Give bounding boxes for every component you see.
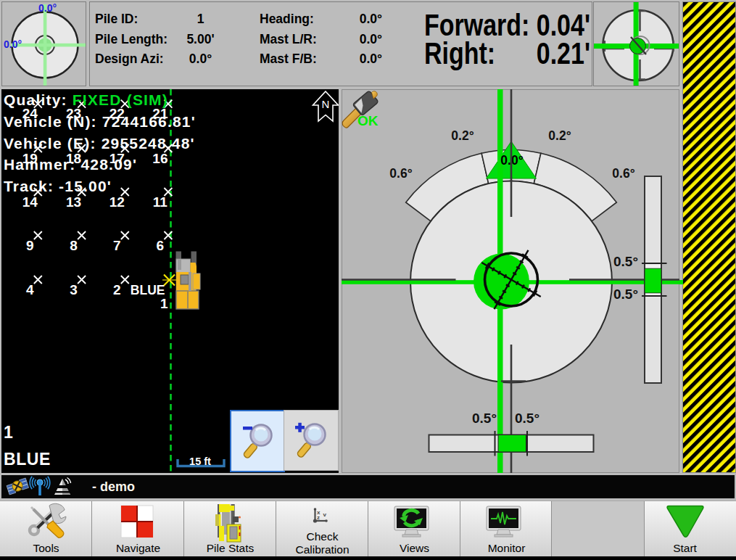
svg-text:BLUE: BLUE [131,283,165,297]
svg-text:13: 13 [66,194,81,210]
svg-text:1: 1 [4,423,13,442]
svg-text:OK: OK [357,113,379,128]
svg-text:7: 7 [113,238,121,253]
svg-text:N: N [322,98,330,110]
svg-text:12: 12 [109,194,125,210]
svg-text:16: 16 [152,151,168,166]
svg-text:v: v [323,511,327,518]
svg-text:0.2°: 0.2° [548,128,571,143]
svg-text:0.5°: 0.5° [472,411,497,426]
svg-text:15 ft: 15 ft [189,456,211,467]
svg-text:6: 6 [157,238,165,253]
svg-text:Quality: FIXED (SIM): Quality: FIXED (SIM) [4,91,168,108]
svg-text:0.0°: 0.0° [38,2,57,14]
svg-text:Vehicle (E): 2955248.48': Vehicle (E): 2955248.48' [4,135,195,152]
svg-text:0.5°: 0.5° [515,411,539,426]
svg-text:0.6°: 0.6° [389,166,412,181]
svg-text:Hammer: 428.09': Hammer: 428.09' [4,156,137,173]
svg-text:2: 2 [113,282,121,297]
svg-text:0.6°: 0.6° [612,166,634,181]
svg-text:11: 11 [153,194,168,210]
svg-text:BLUE: BLUE [4,450,51,469]
svg-text:8: 8 [70,238,78,253]
svg-text:Vehicle (N): 7244166.81': Vehicle (N): 7244166.81' [4,113,196,130]
svg-text:4: 4 [26,282,34,297]
svg-text:3: 3 [70,282,78,297]
svg-text:9: 9 [26,238,34,253]
svg-text:Track: -15.00': Track: -15.00' [4,178,112,194]
svg-text:0.5°: 0.5° [613,287,638,302]
svg-text:14: 14 [22,194,38,210]
svg-text:0.0°: 0.0° [4,38,22,50]
svg-text:0.5°: 0.5° [613,254,638,269]
svg-text:z: z [317,514,320,521]
svg-text:0.2°: 0.2° [451,128,474,143]
svg-text:1: 1 [160,296,168,311]
